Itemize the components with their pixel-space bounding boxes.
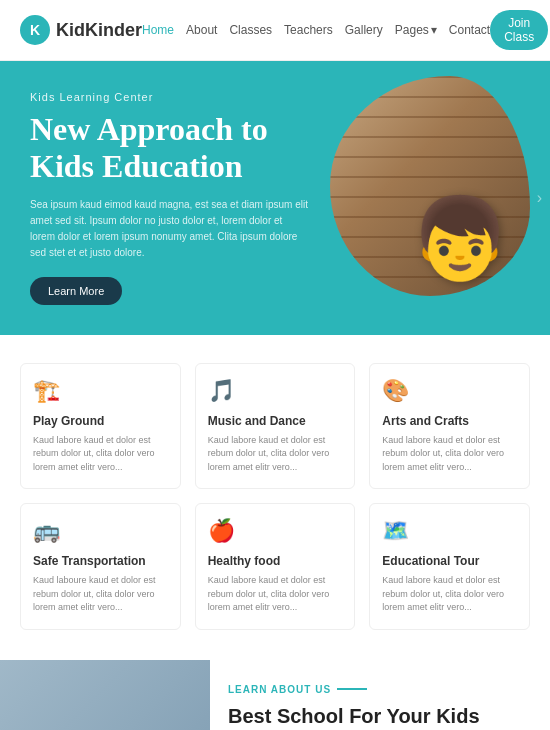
music-icon: 🎵 (208, 378, 235, 404)
navbar: K KidKinder Home About Classes Teachers … (0, 0, 550, 61)
feature-card-arts: 🎨 Arts and Crafts Kaud labore kaud et do… (369, 363, 530, 490)
feature-icon-row-5: 🍎 (208, 518, 343, 544)
feature-icon-row-2: 🎵 (208, 378, 343, 404)
feature-card-tour: 🗺️ Educational Tour Kaud labore kaud et … (369, 503, 530, 630)
hero-description: Sea ipsum kaud eimod kaud magna, est sea… (30, 197, 310, 261)
feature-title-playground: Play Ground (33, 414, 168, 428)
feature-title-tour: Educational Tour (382, 554, 517, 568)
tour-icon: 🗺️ (382, 518, 409, 544)
logo[interactable]: K KidKinder (20, 15, 142, 45)
nav-pages[interactable]: Pages ▾ (395, 23, 437, 37)
feature-title-music: Music and Dance (208, 414, 343, 428)
hero-learn-more-button[interactable]: Learn More (30, 277, 122, 305)
playground-icon: 🏗️ (33, 378, 60, 404)
hero-scroll-arrow[interactable]: › (537, 189, 542, 207)
feature-icon-row-3: 🎨 (382, 378, 517, 404)
transport-icon: 🚌 (33, 518, 60, 544)
feature-card-transport: 🚌 Safe Transportation Kaud laboure kaud … (20, 503, 181, 630)
features-section: 🏗️ Play Ground Kaud labore kaud et dolor… (0, 335, 550, 650)
food-icon: 🍎 (208, 518, 235, 544)
about-content: LEARN ABOUT US Best School For Your Kids… (210, 660, 550, 730)
hero-title: New Approach to Kids Education (30, 111, 310, 185)
nav-contact[interactable]: Contact (449, 23, 490, 37)
feature-desc-food: Kaud labore kaud et dolor est rebum dolo… (208, 574, 343, 615)
hero-image (330, 76, 530, 296)
logo-text: KidKinder (56, 20, 142, 41)
nav-links: Home About Classes Teachers Gallery Page… (142, 23, 490, 37)
about-section: LEARN ABOUT US Best School For Your Kids… (0, 660, 550, 730)
features-grid: 🏗️ Play Ground Kaud labore kaud et dolor… (20, 363, 530, 630)
about-image (0, 660, 210, 730)
feature-icon-row-4: 🚌 (33, 518, 168, 544)
feature-card-food: 🍎 Healthy food Kaud labore kaud et dolor… (195, 503, 356, 630)
feature-title-transport: Safe Transportation (33, 554, 168, 568)
feature-card-playground: 🏗️ Play Ground Kaud labore kaud et dolor… (20, 363, 181, 490)
about-title: Best School For Your Kids (228, 703, 532, 729)
feature-icon-row-6: 🗺️ (382, 518, 517, 544)
nav-classes[interactable]: Classes (229, 23, 272, 37)
feature-desc-transport: Kaud laboure kaud et dolor est rebum dol… (33, 574, 168, 615)
feature-desc-arts: Kaud labore kaud et dolor est rebum dolo… (382, 434, 517, 475)
nav-home[interactable]: Home (142, 23, 174, 37)
feature-desc-music: Kaud labore kaud et dolor est rebum dolo… (208, 434, 343, 475)
hero-subtitle: Kids Learning Center (30, 91, 310, 103)
feature-card-music: 🎵 Music and Dance Kaud labore kaud et do… (195, 363, 356, 490)
hero-section: Kids Learning Center New Approach to Kid… (0, 61, 550, 335)
hero-text: Kids Learning Center New Approach to Kid… (30, 91, 310, 305)
nav-gallery[interactable]: Gallery (345, 23, 383, 37)
nav-teachers[interactable]: Teachers (284, 23, 333, 37)
feature-icon-row-1: 🏗️ (33, 378, 168, 404)
feature-desc-playground: Kaud labore kaud et dolor est rebum dolo… (33, 434, 168, 475)
hero-kid-image (330, 76, 530, 296)
join-class-button[interactable]: Join Class (490, 10, 548, 50)
feature-title-food: Healthy food (208, 554, 343, 568)
arts-icon: 🎨 (382, 378, 409, 404)
feature-desc-tour: Kaud labore kaud et dolor est rebum dolo… (382, 574, 517, 615)
nav-about[interactable]: About (186, 23, 217, 37)
logo-icon: K (20, 15, 50, 45)
about-label: LEARN ABOUT US (228, 684, 532, 695)
feature-title-arts: Arts and Crafts (382, 414, 517, 428)
